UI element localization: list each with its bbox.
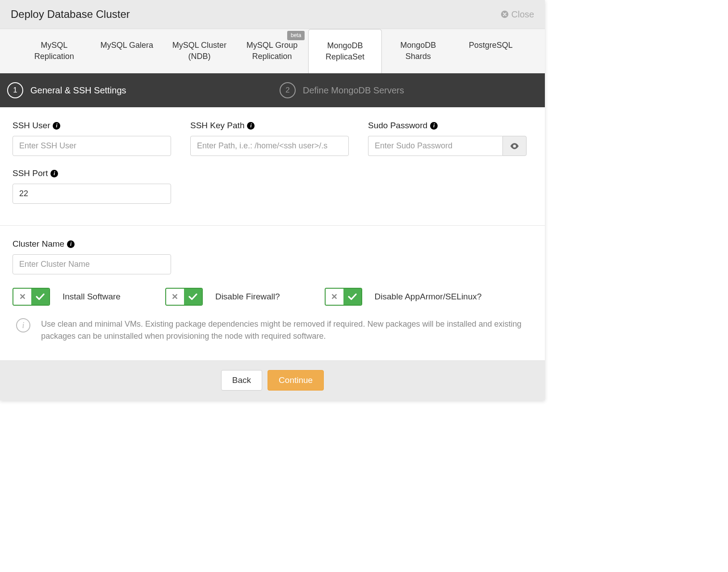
modal-footer: Back Continue — [0, 360, 545, 400]
tab-label: MySQL Galera — [100, 41, 153, 50]
ssh-user-label: SSH User i — [13, 121, 177, 130]
toggle-on[interactable] — [31, 289, 49, 305]
check-icon — [188, 293, 197, 300]
db-type-tabs: MySQL Replication MySQL Galera MySQL Clu… — [0, 29, 545, 73]
tab-label: MySQL Group Replication — [247, 41, 297, 61]
ssh-port-input[interactable] — [13, 184, 171, 204]
install-software-toggle[interactable]: ✕ — [13, 288, 50, 306]
disable-firewall-toggle[interactable]: ✕ — [165, 288, 203, 306]
step-number: 1 — [7, 82, 23, 98]
check-icon — [348, 293, 357, 300]
wizard-steps: 1 General & SSH Settings 2 Define MongoD… — [0, 73, 545, 107]
check-icon — [36, 293, 45, 300]
modal-header: Deploy Database Cluster Close — [0, 0, 545, 29]
note-text: Use clean and minimal VMs. Existing pack… — [41, 318, 529, 342]
modal-title: Deploy Database Cluster — [11, 8, 130, 21]
beta-badge: beta — [287, 31, 305, 40]
toggle-on[interactable] — [343, 289, 361, 305]
tab-label: MySQL Replication — [34, 41, 74, 61]
cluster-name-input[interactable] — [13, 254, 171, 274]
ssh-user-input[interactable] — [13, 136, 171, 156]
close-button[interactable]: Close — [501, 9, 534, 20]
tab-label: MongoDB ReplicaSet — [326, 41, 364, 61]
form-body: SSH User i SSH Key Path i Sudo Password … — [0, 107, 545, 225]
info-icon[interactable]: i — [430, 122, 438, 130]
deploy-cluster-modal: Deploy Database Cluster Close MySQL Repl… — [0, 0, 545, 400]
info-icon[interactable]: i — [53, 122, 60, 130]
cluster-name-label: Cluster Name i — [13, 239, 532, 249]
ssh-key-path-input[interactable] — [190, 136, 349, 156]
info-icon[interactable]: i — [50, 170, 58, 177]
info-icon[interactable]: i — [67, 240, 75, 248]
tab-label: PostgreSQL — [469, 41, 513, 50]
tab-mongodb-replicaset[interactable]: MongoDB ReplicaSet — [308, 29, 382, 73]
install-software-label: Install Software — [63, 292, 121, 302]
disable-apparmor-toggle[interactable]: ✕ — [325, 288, 362, 306]
eye-icon — [510, 143, 519, 149]
toggle-off[interactable]: ✕ — [166, 289, 184, 305]
step-label: Define MongoDB Servers — [303, 85, 404, 96]
disable-apparmor-label: Disable AppArmor/SELinux? — [375, 292, 482, 302]
step-number: 2 — [280, 82, 296, 98]
show-password-button[interactable] — [502, 136, 527, 156]
tab-label: MySQL Cluster (NDB) — [172, 41, 226, 61]
toggle-off[interactable]: ✕ — [326, 289, 343, 305]
continue-button[interactable]: Continue — [268, 370, 324, 391]
toggle-on[interactable] — [184, 289, 202, 305]
close-icon — [501, 10, 509, 18]
ssh-port-label: SSH Port i — [13, 168, 177, 178]
tab-mysql-galera[interactable]: MySQL Galera — [91, 29, 163, 73]
tab-postgresql[interactable]: PostgreSQL — [454, 29, 527, 73]
ssh-key-path-label: SSH Key Path i — [190, 121, 355, 130]
sudo-password-label: Sudo Password i — [368, 121, 532, 130]
info-icon: i — [16, 318, 30, 332]
tab-mysql-replication[interactable]: MySQL Replication — [18, 29, 91, 73]
step-define-servers[interactable]: 2 Define MongoDB Servers — [272, 73, 545, 107]
sudo-password-input[interactable] — [368, 136, 502, 156]
toggle-off[interactable]: ✕ — [13, 289, 31, 305]
tab-label: MongoDB Shards — [400, 41, 436, 61]
step-general-ssh[interactable]: 1 General & SSH Settings — [0, 73, 272, 107]
step-label: General & SSH Settings — [30, 85, 126, 96]
tab-mysql-group-replication[interactable]: beta MySQL Group Replication — [236, 29, 309, 73]
tab-mongodb-shards[interactable]: MongoDB Shards — [382, 29, 455, 73]
info-note: i Use clean and minimal VMs. Existing pa… — [13, 316, 532, 351]
tab-mysql-cluster-ndb[interactable]: MySQL Cluster (NDB) — [163, 29, 236, 73]
back-button[interactable]: Back — [221, 370, 262, 391]
form-body-2: Cluster Name i ✕ Install Software ✕ Disa… — [0, 226, 545, 360]
close-label: Close — [511, 9, 534, 20]
disable-firewall-label: Disable Firewall? — [215, 292, 280, 302]
info-icon[interactable]: i — [247, 122, 255, 130]
